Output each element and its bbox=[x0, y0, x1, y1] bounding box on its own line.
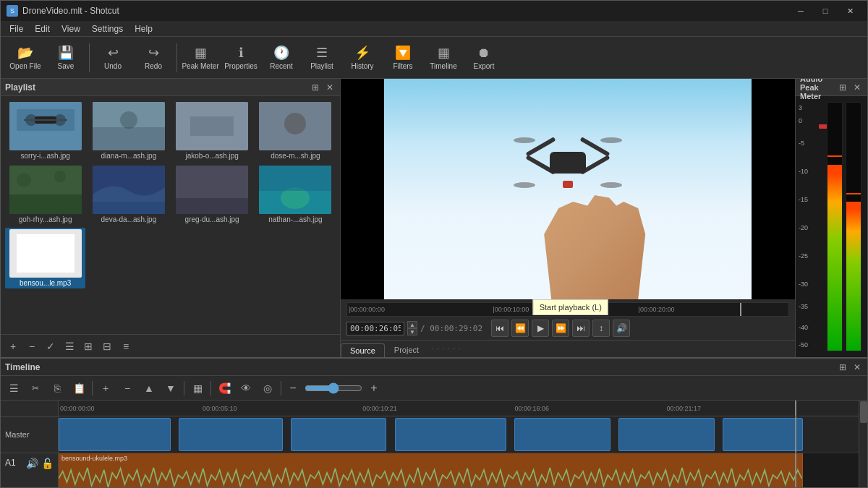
playlist-add-button[interactable]: + bbox=[5, 338, 21, 354]
tl-copy-button[interactable]: ⎘ bbox=[48, 380, 66, 397]
menu-help[interactable]: Help bbox=[129, 22, 158, 35]
peak-meter-close-button[interactable]: ✕ bbox=[851, 82, 863, 93]
tracks-ruler[interactable]: 00:00:00:00 00:00:05:10 00:00:10:21 00:0… bbox=[59, 401, 859, 416]
redo-button[interactable]: ↪ Redo bbox=[135, 40, 172, 76]
skip-to-start-button[interactable]: ⏮ bbox=[491, 320, 509, 337]
player-cursor bbox=[740, 303, 741, 316]
video-clip-5[interactable] bbox=[514, 418, 610, 451]
playlist-check-button[interactable]: ✓ bbox=[43, 338, 59, 354]
playlist-remove-button[interactable]: − bbox=[24, 338, 40, 354]
tl-track-button[interactable]: ▦ bbox=[189, 380, 206, 397]
filters-button[interactable]: 🔽 Filters bbox=[384, 40, 422, 76]
playlist-item-8[interactable]: bensou...le.mp3 bbox=[5, 228, 85, 288]
peak-meter-float-button[interactable]: ⊞ bbox=[837, 82, 848, 93]
minimize-button[interactable]: ─ bbox=[789, 4, 812, 18]
svg-point-15 bbox=[17, 173, 31, 187]
playlist-item-1[interactable]: diana-m...ash.jpg bbox=[88, 100, 169, 161]
tl-overwrite-button[interactable]: ▼ bbox=[162, 380, 179, 397]
playlist-float-button[interactable]: ⊞ bbox=[310, 82, 321, 93]
video-clip-1[interactable] bbox=[59, 418, 171, 451]
title-bar: S DroneVideo.mlt - Shotcut ─ □ ✕ bbox=[1, 1, 867, 21]
tl-ripple-button[interactable]: ◎ bbox=[259, 380, 276, 397]
playlist-list-button[interactable]: ☰ bbox=[61, 338, 77, 354]
tl-cut-button[interactable]: ✂ bbox=[27, 380, 44, 397]
playlist-item-6[interactable]: greg-du...ash.jpg bbox=[172, 164, 252, 225]
toolbar-separator-2 bbox=[176, 43, 177, 72]
playlist-thumb-3 bbox=[259, 102, 331, 150]
zoom-out-button[interactable]: − bbox=[286, 381, 300, 395]
tl-lift-button[interactable]: ▲ bbox=[140, 380, 158, 397]
skip-to-end-button[interactable]: ⏭ bbox=[572, 320, 590, 337]
tl-snap-button[interactable]: 🧲 bbox=[216, 380, 233, 397]
project-tab[interactable]: Project bbox=[385, 343, 428, 357]
current-time-input[interactable] bbox=[346, 322, 404, 335]
tl-remove-button[interactable]: − bbox=[119, 380, 136, 397]
video-clip-3[interactable] bbox=[291, 418, 387, 451]
play-button[interactable]: ▶ bbox=[532, 320, 549, 337]
save-button[interactable]: 💾 Save bbox=[47, 40, 85, 76]
timeline-float-button[interactable]: ⊞ bbox=[837, 361, 848, 373]
source-tab[interactable]: Source bbox=[341, 343, 385, 357]
playlist-item-label-1: diana-m...ash.jpg bbox=[101, 152, 157, 160]
scrollbar-thumb[interactable] bbox=[860, 401, 867, 423]
master-track-row[interactable] bbox=[59, 416, 859, 453]
menu-view[interactable]: View bbox=[56, 22, 86, 35]
playlist-item-5[interactable]: deva-da...ash.jpg bbox=[88, 164, 169, 225]
tl-separator-3 bbox=[210, 381, 211, 395]
video-clip-6[interactable] bbox=[618, 418, 715, 451]
menu-settings[interactable]: Settings bbox=[86, 22, 129, 35]
playlist-item-4[interactable]: goh-rhy...ash.jpg bbox=[5, 164, 85, 225]
fast-forward-button[interactable]: ⏩ bbox=[552, 320, 569, 337]
video-clip-7[interactable] bbox=[723, 418, 803, 451]
close-button[interactable]: ✕ bbox=[838, 4, 861, 18]
tl-add-button[interactable]: + bbox=[97, 380, 114, 397]
playlist-grid-button[interactable]: ⊞ bbox=[80, 338, 96, 354]
video-clip-2[interactable] bbox=[179, 418, 283, 451]
rewind-button[interactable]: ⏪ bbox=[511, 320, 529, 337]
maximize-button[interactable]: □ bbox=[814, 4, 837, 18]
peak-label-3: 3 bbox=[799, 104, 802, 111]
video-container[interactable] bbox=[341, 79, 795, 299]
properties-button[interactable]: ℹ Properties bbox=[222, 40, 260, 76]
svg-rect-14 bbox=[9, 194, 82, 214]
playlist-menu-button[interactable]: ≡ bbox=[118, 338, 134, 354]
time-increment-button[interactable]: ▲ bbox=[407, 321, 417, 328]
playlist-close-button[interactable]: ✕ bbox=[324, 82, 336, 93]
loop-button[interactable]: ↕ bbox=[592, 320, 610, 337]
tl-view-button[interactable]: 👁 bbox=[237, 380, 255, 397]
tl-paste-button[interactable]: 📋 bbox=[70, 380, 88, 397]
peak-meter-body: 3 0 -5 -10 -15 -20 -25 -30 -35 -40 -50 bbox=[796, 96, 867, 357]
playlist-thumb-6 bbox=[176, 166, 248, 214]
undo-button[interactable]: ↩ Undo bbox=[94, 40, 132, 76]
a1-lock-button[interactable]: 🔓 bbox=[41, 458, 54, 469]
zoom-slider[interactable] bbox=[305, 382, 362, 394]
video-preview bbox=[341, 79, 795, 299]
playlist-button[interactable]: ☰ Playlist bbox=[303, 40, 341, 76]
playlist-detail-button[interactable]: ⊟ bbox=[99, 338, 115, 354]
peak-meter-button[interactable]: ▦ Peak Meter bbox=[182, 40, 219, 76]
menu-file[interactable]: File bbox=[4, 22, 29, 35]
tl-menu-button[interactable]: ☰ bbox=[5, 380, 22, 397]
playlist-item-7[interactable]: nathan-...ash.jpg bbox=[255, 164, 336, 225]
open-file-button[interactable]: 📂 Open File bbox=[7, 40, 44, 76]
zoom-in-button[interactable]: + bbox=[367, 381, 381, 395]
playlist-item-3[interactable]: dose-m...sh.jpg bbox=[255, 100, 336, 161]
playlist-item-0[interactable]: sorry-i...ash.jpg bbox=[5, 100, 85, 161]
volume-button[interactable]: 🔊 bbox=[613, 320, 630, 337]
history-button[interactable]: ⚡ History bbox=[344, 40, 381, 76]
export-button[interactable]: ⏺ Export bbox=[465, 40, 503, 76]
vertical-scrollbar[interactable] bbox=[859, 401, 867, 487]
playlist-header: Playlist ⊞ ✕ bbox=[1, 79, 340, 96]
a1-mute-button[interactable]: 🔊 bbox=[26, 458, 38, 469]
audio-track-row[interactable]: bensound-ukulele.mp3 bbox=[59, 453, 859, 487]
video-clip-4[interactable] bbox=[395, 418, 507, 451]
peak-indicator-right bbox=[846, 193, 861, 194]
menu-edit[interactable]: Edit bbox=[29, 22, 56, 35]
audio-clip[interactable]: bensound-ukulele.mp3 bbox=[59, 453, 803, 487]
recent-button[interactable]: 🕐 Recent bbox=[263, 40, 300, 76]
playlist-item-2[interactable]: jakob-o...ash.jpg bbox=[172, 100, 252, 161]
timeline-button[interactable]: ▦ Timeline bbox=[425, 40, 462, 76]
time-decrement-button[interactable]: ▼ bbox=[407, 328, 417, 335]
timeline-close-button[interactable]: ✕ bbox=[851, 361, 863, 373]
clip-label-5 bbox=[515, 419, 521, 429]
